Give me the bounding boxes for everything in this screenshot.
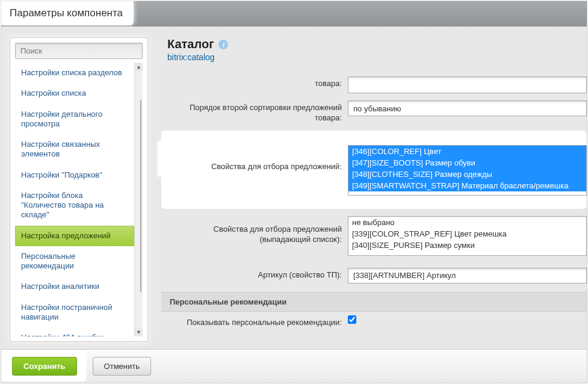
multiselect-option[interactable]: [348][CLOTHES_SIZE] Размер одежды [348, 169, 586, 180]
multiselect-option[interactable]: [346][COLOR_REF] Цвет [348, 146, 586, 157]
sidebar-item-6[interactable]: Настройка предложений [15, 226, 134, 246]
sidebar-item-2[interactable]: Настройки детального просмотра [15, 104, 134, 135]
sidebar-item-7[interactable]: Персональные рекомендации [15, 246, 134, 277]
sidebar-item-5[interactable]: Настройки блока "Количество товара на ск… [15, 185, 134, 226]
sidebar-item-9[interactable]: Настройки постраничной навигации [15, 297, 134, 328]
multiselect-option[interactable]: не выбрано [348, 217, 586, 228]
sidebar-item-10[interactable]: Настройки 404 ошибки [15, 327, 134, 336]
row0-input[interactable] [348, 76, 587, 93]
personal-show-checkbox[interactable] [348, 315, 356, 324]
highlight-offer-props: Свойства для отбора предложений: [346][C… [161, 131, 587, 209]
footer: Сохранить Отменить [1, 349, 587, 383]
sidebar-item-1[interactable]: Настройки списка [15, 83, 134, 104]
param-label-personal-show: Показывать персональные рекомендации: [161, 315, 348, 328]
sidebar-scrollbar[interactable]: ▲ ▼ [134, 63, 143, 336]
sidebar-item-3[interactable]: Настройки связанных элементов [15, 134, 134, 165]
sidebar-item-4[interactable]: Настройки "Подарков" [15, 165, 134, 185]
sort2-select[interactable]: по убыванию [348, 101, 587, 116]
multiselect-option[interactable]: [349][SMARTWATCH_STRAP] Материал браслет… [348, 180, 586, 191]
offer-props-multiselect[interactable]: [346][COLOR_REF] Цвет[347][SIZE_BOOTS] Р… [348, 145, 587, 196]
param-label-sort2: Порядок второй сортировки предложений то… [161, 101, 348, 123]
multiselect-option[interactable]: [347][SIZE_BOOTS] Размер обуви [348, 157, 586, 169]
sidebar-scroll: Настройки списка разделовНастройки списк… [15, 63, 143, 336]
info-icon[interactable]: i [218, 40, 228, 49]
sidebar-item-8[interactable]: Настройки аналитики [15, 276, 134, 297]
main-panel: Каталог i bitrix:catalog товара: Порядок… [156, 26, 587, 349]
param-label-row0: товара: [161, 76, 348, 89]
param-label-offer-props: Свойства для отбора предложений: [161, 145, 348, 172]
scroll-thumb[interactable] [140, 100, 141, 293]
multiselect-option[interactable]: [340][SIZE_PURSE] Размер сумки [348, 240, 586, 251]
component-title: Каталог [167, 37, 214, 51]
save-button[interactable]: Сохранить [12, 357, 77, 376]
sidebar: Настройки списка разделовНастройки списк… [10, 37, 148, 342]
search-input[interactable] [15, 43, 143, 59]
component-code: bitrix:catalog [167, 52, 587, 62]
multiselect-option[interactable]: [339][COLOR_STRAP_REF] Цвет ремешка [348, 228, 586, 240]
scroll-down-arrow[interactable]: ▼ [135, 328, 143, 336]
param-label-offer-props-drop: Свойства для отбора предложений (выпадаю… [161, 216, 348, 245]
scroll-up-arrow[interactable]: ▲ [135, 63, 143, 71]
titlebar: Параметры компонента [1, 1, 587, 26]
window-title: Параметры компонента [1, 1, 134, 25]
sku-select[interactable]: [338][ARTNUMBER] Артикул [348, 268, 587, 283]
sku-value: [338][ARTNUMBER] Артикул [353, 271, 456, 280]
param-label-sku: Артикул (свойство ТП): [161, 268, 348, 280]
offer-props-drop-multiselect[interactable]: не выбрано[339][COLOR_STRAP_REF] Цвет ре… [348, 216, 587, 256]
main-header: Каталог i bitrix:catalog [156, 26, 587, 67]
cancel-button[interactable]: Отменить [93, 357, 151, 376]
sidebar-item-0[interactable]: Настройки списка разделов [15, 63, 134, 83]
sort2-value: по убыванию [353, 104, 401, 113]
section-personal: Персональные рекомендации [161, 292, 587, 312]
